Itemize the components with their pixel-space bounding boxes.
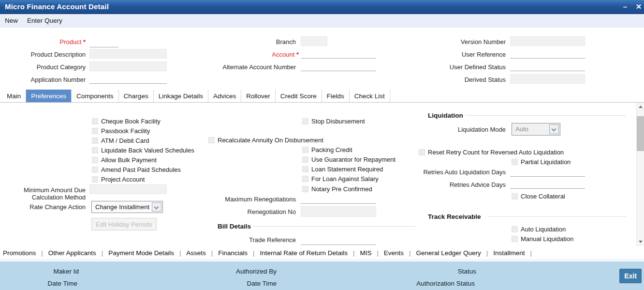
tab-check-list[interactable]: Check List	[350, 90, 390, 102]
link-installment[interactable]: Installment	[493, 249, 525, 257]
checkbox-amend-past-paid-schedules[interactable]: Amend Past Paid Schedules	[92, 166, 181, 173]
link-mis[interactable]: MIS	[360, 249, 371, 257]
status-label: Status	[355, 268, 476, 275]
link-general-ledger-query[interactable]: General Ledger Query	[416, 249, 481, 257]
minimize-icon[interactable]: –	[620, 1, 630, 12]
link-assets[interactable]: Assets	[186, 249, 206, 257]
link-internal-rate-of-return-details[interactable]: Internal Rate of Return Details	[260, 249, 348, 257]
application-number-input[interactable]	[89, 74, 167, 84]
scrollbar-down-icon[interactable]	[639, 241, 643, 243]
link-payment-mode-details[interactable]: Payment Mode Details	[108, 249, 174, 257]
tab-linkage-details[interactable]: Linkage Details	[154, 90, 208, 102]
maximum-renegotiations-input[interactable]	[301, 194, 376, 204]
alternate-account-number-input[interactable]	[301, 61, 376, 71]
checkbox-packing-credit[interactable]: Packing Credit	[302, 146, 352, 153]
link-financials[interactable]: Financials	[218, 249, 248, 257]
checkbox-icon[interactable]	[92, 157, 98, 163]
rate-change-action-value: Change Installment	[95, 203, 149, 211]
tab-main[interactable]: Main	[2, 90, 26, 102]
checkbox-icon[interactable]	[419, 149, 425, 155]
tab-underline	[0, 102, 644, 103]
checkbox-cheque-book-facility[interactable]: Cheque Book Facility	[92, 117, 161, 125]
checkbox-for-loan-against-salary[interactable]: For Loan Against Salary	[302, 175, 379, 183]
checkbox-icon[interactable]	[302, 147, 308, 153]
application-number-label: Application Number	[0, 76, 86, 83]
tab-preferences[interactable]: Preferences	[26, 90, 72, 102]
checkbox-icon[interactable]	[92, 137, 98, 144]
menu-bar: New Enter Query	[0, 14, 644, 28]
liquidation-mode-label: Liquidation Mode	[409, 126, 506, 133]
checkbox-use-guarantor-for-repayment[interactable]: Use Guarantor for Repayment	[302, 155, 395, 163]
user-defined-status-input[interactable]	[510, 61, 585, 71]
edit-holiday-periods-button[interactable]: Edit Holiday Periods	[91, 218, 157, 230]
checkbox-partial-liquidation[interactable]: Partial Liquidation	[512, 158, 571, 166]
trade-reference-input[interactable]	[301, 235, 376, 245]
checkbox-close-collateral[interactable]: Close Collateral	[512, 192, 565, 200]
account-label: Account *	[202, 51, 299, 58]
tab-bar: Main Preferences Components Charges Link…	[2, 90, 390, 102]
checkbox-icon[interactable]	[302, 176, 308, 182]
liquidation-mode-select[interactable]: Auto	[512, 123, 560, 136]
link-promotions[interactable]: Promotions	[3, 249, 36, 257]
checkbox-notary-pre-confirmed[interactable]: Notary Pre Confirmed	[302, 185, 372, 193]
checkbox-icon[interactable]	[92, 176, 98, 183]
footer-bar: Maker Id Authorized By Status Date Time …	[0, 261, 644, 290]
checkbox-atm-debit-card[interactable]: ATM / Debit Card	[92, 137, 149, 144]
exit-button[interactable]: Exit	[619, 269, 642, 283]
scrollbar-thumb[interactable]	[637, 116, 644, 151]
rate-change-action-label: Rate Change Action	[0, 203, 86, 211]
product-input[interactable]	[89, 38, 118, 47]
account-input[interactable]	[301, 49, 376, 59]
checkbox-icon[interactable]	[302, 186, 308, 192]
tab-advices[interactable]: Advices	[208, 90, 241, 102]
checkbox-recalculate-annuity-on-disbursement[interactable]: Recalculate Annuity On Disbursement	[208, 136, 323, 144]
scrollbar-up-icon[interactable]	[639, 106, 643, 108]
rate-change-action-select[interactable]: Change Installment	[91, 201, 163, 213]
track-receivable-rule	[488, 216, 626, 217]
checkbox-icon[interactable]	[92, 167, 98, 173]
checkbox-loan-statement-required[interactable]: Loan Statement Required	[302, 165, 383, 173]
link-separator: |	[530, 249, 531, 257]
link-separator: |	[179, 249, 181, 257]
renegotiation-no-input	[301, 206, 376, 217]
checkbox-icon[interactable]	[302, 156, 308, 163]
alternate-account-number-label: Alternate Account Number	[199, 63, 296, 71]
menu-new[interactable]: New	[5, 17, 18, 24]
checkbox-icon[interactable]	[302, 118, 308, 124]
checkbox-reset-retry-count[interactable]: Reset Retry Count for Reversed Auto Liqu…	[419, 148, 564, 156]
checkbox-icon[interactable]	[512, 236, 518, 242]
checkbox-manual-liquidation[interactable]: Manual Liquidation	[512, 235, 573, 243]
checkbox-icon[interactable]	[512, 226, 518, 232]
tab-components[interactable]: Components	[72, 90, 119, 102]
checkbox-icon[interactable]	[512, 193, 518, 199]
retries-auto-liquidation-days-input[interactable]	[510, 167, 585, 177]
checkbox-icon[interactable]	[92, 147, 98, 153]
tab-credit-score[interactable]: Credit Score	[276, 90, 322, 102]
checkbox-icon[interactable]	[302, 166, 308, 172]
retries-advice-days-input[interactable]	[510, 179, 585, 189]
menu-enter-query[interactable]: Enter Query	[27, 17, 62, 24]
checkbox-stop-disbursement[interactable]: Stop Disbursement	[302, 117, 365, 125]
close-icon[interactable]: ✕	[633, 1, 644, 12]
minimum-amount-due-calculation-method-label: Minimum Amount DueCalculation Method	[0, 186, 86, 201]
checkbox-icon[interactable]	[92, 118, 98, 124]
derived-status-label: Derived Status	[409, 76, 506, 83]
checkbox-project-account[interactable]: Project Account	[92, 175, 145, 183]
checkbox-icon[interactable]	[208, 137, 215, 143]
tab-charges[interactable]: Charges	[119, 90, 154, 102]
link-events[interactable]: Events	[384, 249, 404, 257]
checkbox-allow-bulk-payment[interactable]: Allow Bulk Payment	[92, 156, 157, 164]
maker-id-label: Maker Id	[0, 268, 79, 275]
checkbox-auto-liquidation[interactable]: Auto Liquidation	[512, 225, 566, 233]
product-description-input	[89, 49, 167, 59]
tab-rollover[interactable]: Rollover	[241, 90, 276, 102]
link-separator: |	[253, 249, 254, 257]
retries-auto-liquidation-days-label: Retries Auto Liquidation Days	[409, 168, 506, 176]
user-reference-input[interactable]	[510, 49, 585, 59]
checkbox-icon[interactable]	[512, 159, 518, 165]
checkbox-liquidate-back-valued-schedules[interactable]: Liquidate Back Valued Schedules	[92, 146, 194, 154]
tab-fields[interactable]: Fields	[322, 90, 350, 102]
checkbox-passbook-facility[interactable]: Passbook Facility	[92, 127, 150, 135]
checkbox-icon[interactable]	[92, 128, 98, 134]
link-other-applicants[interactable]: Other Applicants	[48, 249, 96, 257]
